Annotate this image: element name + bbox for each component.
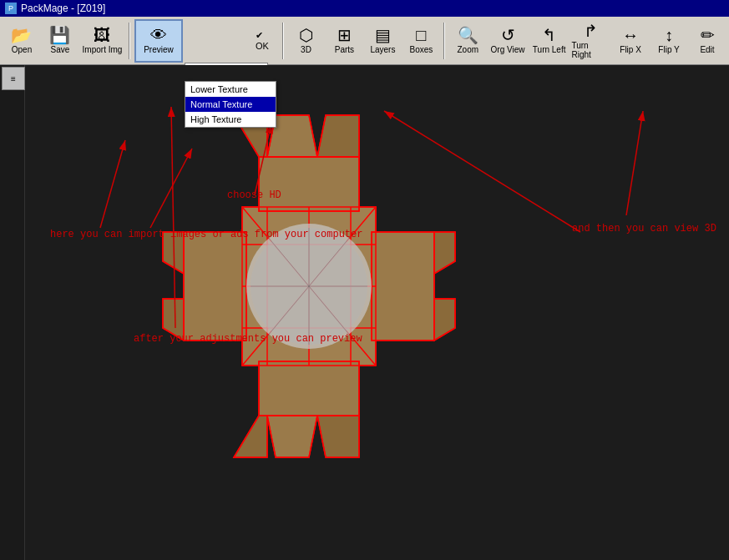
parts-icon: ⊞: [337, 27, 352, 43]
zoom-label: Zoom: [457, 45, 478, 54]
svg-marker-5: [317, 115, 359, 157]
svg-rect-14: [372, 232, 434, 341]
turn-right-icon: ↱: [584, 23, 598, 39]
texture-dropdown-menu: Lower Texture Normal Texture High Textur…: [185, 81, 276, 128]
view3d-hint-text: and then you can view 3D: [572, 222, 716, 236]
open-button[interactable]: 📂 Open: [3, 19, 40, 63]
save-icon: 💾: [49, 27, 70, 43]
ok-button[interactable]: ✔ OK: [255, 19, 278, 63]
save-label: Save: [51, 45, 70, 54]
edit-button[interactable]: ✏ Edit: [689, 19, 726, 63]
boxes-label: Boxes: [409, 45, 433, 54]
layers-icon: ▤: [375, 27, 391, 43]
zoom-button[interactable]: 🔍 Zoom: [449, 19, 486, 63]
toolbar-separator-1: [129, 23, 130, 59]
flip-x-icon: ↔: [622, 27, 639, 43]
3d-button[interactable]: ⬡ 3D: [288, 19, 325, 63]
open-icon: 📂: [11, 27, 32, 43]
svg-line-52: [100, 140, 125, 228]
import-label: Import Img: [83, 45, 123, 54]
svg-rect-7: [259, 361, 359, 416]
left-panel-button[interactable]: ≡: [2, 67, 25, 90]
layers-button[interactable]: ▤ Layers: [364, 19, 401, 63]
open-label: Open: [12, 45, 32, 54]
svg-rect-11: [184, 232, 246, 341]
org-view-button[interactable]: ↺ Org View: [488, 19, 528, 63]
ok-label: ✔ OK: [256, 30, 277, 51]
title-text: PackMage - [Z019]: [21, 3, 105, 14]
main-area: ≡: [0, 65, 729, 560]
texture-option-high[interactable]: High Texture: [185, 112, 276, 127]
turn-left-icon: ↰: [542, 27, 556, 43]
svg-rect-3: [259, 157, 359, 211]
flip-y-button[interactable]: ↕ Flip Y: [651, 19, 687, 63]
svg-marker-9: [317, 416, 359, 457]
toolbar-separator-2: [282, 23, 284, 59]
preview-icon: 👁: [150, 27, 167, 43]
flip-y-label: Flip Y: [658, 45, 679, 54]
org-view-icon: ↺: [501, 27, 515, 43]
preview-dropdown-container: 👁 Preview Lower Texture Normal Texture H…: [134, 19, 183, 63]
app-icon: P: [5, 3, 17, 14]
canvas-area[interactable]: PHOTO LABEL here you can import images: [25, 65, 729, 560]
save-button[interactable]: 💾 Save: [42, 19, 78, 63]
texture-option-normal[interactable]: Normal Texture: [185, 97, 276, 112]
org-view-label: Org View: [491, 45, 525, 54]
parts-label: Parts: [335, 45, 354, 54]
title-bar: P PackMage - [Z019]: [0, 0, 729, 17]
zoom-icon: 🔍: [458, 27, 478, 43]
texture-option-lower[interactable]: Lower Texture: [185, 82, 276, 97]
turn-right-label: Turn Right: [571, 41, 610, 59]
3d-label: 3D: [301, 45, 311, 54]
left-panel: ≡: [0, 65, 25, 560]
turn-left-button[interactable]: ↰ Turn Left: [529, 19, 570, 63]
layers-label: Layers: [370, 45, 395, 54]
edit-label: Edit: [700, 45, 714, 54]
import-icon: 🖼: [94, 27, 110, 43]
edit-icon: ✏: [701, 27, 715, 43]
preview-label: Preview: [144, 45, 174, 54]
toolbar-separator-3: [443, 23, 445, 59]
parts-button[interactable]: ⊞ Parts: [326, 19, 362, 63]
svg-line-57: [626, 111, 643, 215]
boxes-button[interactable]: □ Boxes: [402, 19, 439, 63]
turn-left-label: Turn Left: [533, 45, 566, 54]
svg-marker-10: [234, 416, 267, 457]
flip-x-label: Flip X: [620, 45, 641, 54]
3d-icon: ⬡: [299, 27, 313, 43]
toolbar: 📂 Open 💾 Save 🖼 Import Img 👁 Preview Low…: [0, 17, 729, 65]
flip-y-icon: ↕: [665, 27, 673, 43]
import-img-button[interactable]: 🖼 Import Img: [80, 19, 124, 63]
package-preview: PHOTO LABEL: [159, 107, 459, 466]
boxes-icon: □: [416, 27, 426, 43]
preview-button[interactable]: 👁 Preview: [134, 19, 183, 63]
turn-right-button[interactable]: ↱ Turn Right: [570, 19, 610, 63]
flip-x-button[interactable]: ↔ Flip X: [612, 19, 649, 63]
